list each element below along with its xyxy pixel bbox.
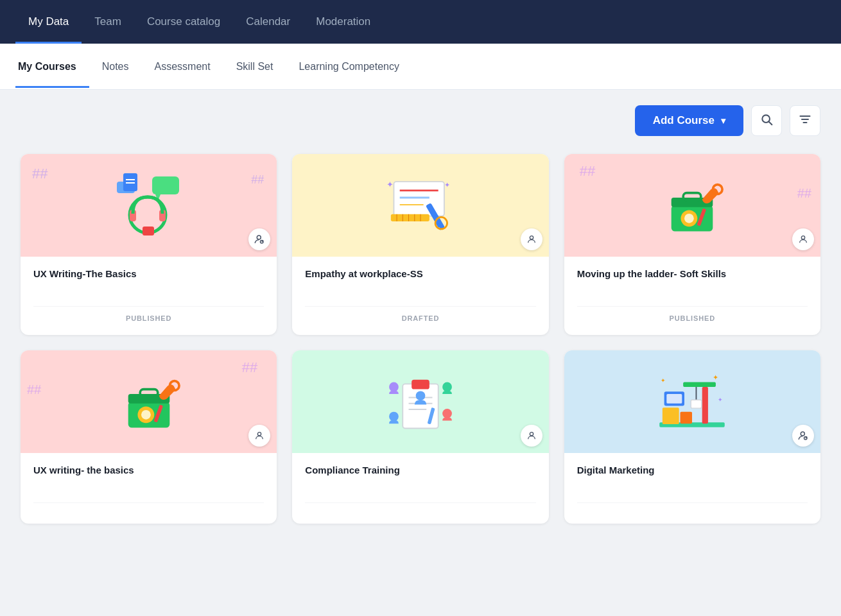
course-card[interactable]: ## ## bbox=[21, 154, 277, 335]
svg-point-49 bbox=[258, 432, 261, 436]
svg-point-57 bbox=[442, 382, 452, 392]
svg-rect-70 bbox=[667, 394, 682, 404]
svg-rect-68 bbox=[691, 400, 702, 408]
filter-button[interactable] bbox=[790, 105, 820, 136]
nav-moderation[interactable]: Moderation bbox=[303, 0, 383, 44]
card-status: DRAFTED bbox=[305, 306, 535, 327]
chevron-down-icon: ▾ bbox=[721, 116, 725, 126]
svg-text:✦: ✦ bbox=[718, 397, 723, 403]
add-course-button[interactable]: Add Course ▾ bbox=[635, 105, 743, 136]
svg-point-59 bbox=[442, 409, 452, 418]
card-title: Compliance Training bbox=[305, 463, 535, 477]
svg-line-1 bbox=[769, 121, 772, 124]
card-title: Digital Marketing bbox=[577, 463, 808, 477]
card-image: ✦ ✦ bbox=[292, 154, 548, 257]
card-title: UX writing- the basics bbox=[33, 463, 264, 477]
svg-point-15 bbox=[257, 235, 261, 239]
card-body: Empathy at workplace-SS DRAFTED bbox=[292, 257, 548, 335]
tab-assessment[interactable]: Assessment bbox=[142, 46, 223, 88]
card-user-badge bbox=[248, 228, 270, 250]
card-status bbox=[577, 502, 808, 516]
card-user-badge bbox=[792, 425, 814, 447]
svg-rect-44 bbox=[140, 389, 158, 397]
card-title: UX Writing-The Basics bbox=[33, 267, 264, 280]
svg-point-56 bbox=[389, 382, 399, 392]
card-status bbox=[33, 502, 264, 516]
card-body: Moving up the ladder- Soft Skills PUBLIS… bbox=[564, 257, 820, 335]
main-content: Add Course ▾ bbox=[0, 90, 841, 616]
svg-rect-18 bbox=[394, 182, 444, 216]
card-image bbox=[292, 350, 548, 453]
nav-team[interactable]: Team bbox=[82, 0, 134, 44]
tab-skill-set[interactable]: Skill Set bbox=[223, 46, 286, 88]
card-status: PUBLISHED bbox=[577, 306, 808, 327]
svg-point-55 bbox=[416, 391, 426, 400]
svg-rect-50 bbox=[403, 384, 438, 428]
course-card[interactable]: ## ## bbox=[564, 154, 820, 335]
svg-rect-36 bbox=[683, 193, 701, 200]
card-user-badge bbox=[521, 228, 542, 250]
svg-text:✦: ✦ bbox=[661, 377, 666, 384]
svg-point-47 bbox=[141, 410, 151, 420]
course-card[interactable]: ✦ ✦ Empathy at workplace-SS DRAFTED bbox=[292, 154, 548, 335]
card-body: UX writing- the basics bbox=[21, 453, 277, 524]
card-title: Moving up the ladder- Soft Skills bbox=[577, 267, 808, 280]
card-image: ## ## bbox=[21, 154, 277, 257]
svg-point-61 bbox=[530, 432, 533, 436]
search-button[interactable] bbox=[751, 105, 782, 136]
svg-rect-65 bbox=[702, 387, 708, 424]
nav-calendar[interactable]: Calendar bbox=[233, 0, 303, 44]
nav-my-data[interactable]: My Data bbox=[15, 0, 82, 44]
svg-rect-14 bbox=[143, 227, 154, 235]
sub-navigation: My Courses Notes Assessment Skill Set Le… bbox=[0, 44, 841, 90]
card-user-badge bbox=[248, 425, 270, 447]
svg-text:✦: ✦ bbox=[444, 181, 450, 189]
svg-point-39 bbox=[684, 214, 694, 223]
card-image: ✦ ✦ ✦ bbox=[564, 350, 820, 453]
svg-rect-63 bbox=[663, 407, 679, 424]
card-body: UX Writing-The Basics PUBLISHED bbox=[21, 257, 277, 335]
svg-rect-51 bbox=[412, 380, 429, 389]
course-card[interactable]: Compliance Training bbox=[292, 350, 548, 524]
svg-point-33 bbox=[530, 236, 533, 239]
card-title: Empathy at workplace-SS bbox=[305, 267, 535, 280]
svg-point-58 bbox=[389, 412, 399, 422]
tab-learning-competency[interactable]: Learning Competency bbox=[286, 46, 412, 88]
nav-course-catalog[interactable]: Course catalog bbox=[134, 0, 233, 44]
search-icon bbox=[760, 113, 773, 129]
card-body: Compliance Training bbox=[292, 453, 548, 524]
svg-point-41 bbox=[801, 236, 804, 239]
top-navigation: My Data Team Course catalog Calendar Mod… bbox=[0, 0, 841, 44]
filter-icon bbox=[799, 113, 811, 129]
card-user-badge bbox=[521, 425, 542, 447]
svg-point-74 bbox=[801, 432, 804, 436]
tab-my-courses[interactable]: My Courses bbox=[15, 46, 89, 88]
svg-text:✦: ✦ bbox=[713, 373, 719, 381]
tab-notes[interactable]: Notes bbox=[89, 46, 142, 88]
add-course-label: Add Course bbox=[653, 114, 715, 127]
course-grid: ## ## bbox=[21, 154, 820, 524]
card-status: PUBLISHED bbox=[33, 306, 264, 327]
course-card[interactable]: ## ## bbox=[21, 350, 277, 524]
svg-rect-5 bbox=[152, 176, 179, 194]
svg-rect-64 bbox=[681, 412, 692, 424]
card-image: ## ## bbox=[21, 350, 277, 453]
svg-text:✦: ✦ bbox=[386, 180, 394, 189]
toolbar: Add Course ▾ bbox=[21, 105, 820, 136]
card-user-badge bbox=[792, 228, 814, 250]
card-body: Digital Marketing bbox=[564, 453, 820, 524]
card-status bbox=[305, 502, 535, 516]
svg-rect-66 bbox=[683, 382, 716, 387]
course-card[interactable]: ✦ ✦ ✦ Digital Marketing bbox=[564, 350, 820, 524]
card-image: ## ## bbox=[564, 154, 820, 257]
